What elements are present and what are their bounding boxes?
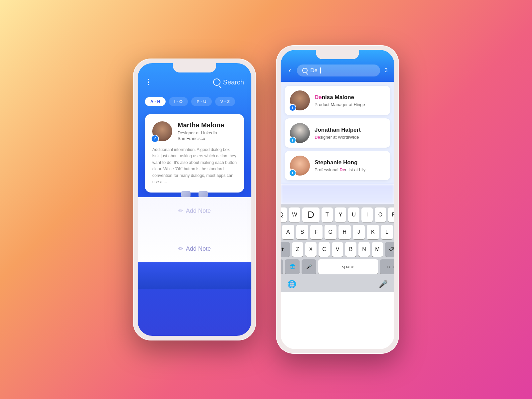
tab-io[interactable]: I - O	[169, 97, 188, 106]
key-row-1: Q W D T Y U I O P	[282, 207, 393, 222]
key-d[interactable]: D	[302, 207, 320, 222]
key-i[interactable]: I	[361, 207, 373, 222]
key-globe[interactable]: 🌐	[285, 259, 300, 274]
key-z[interactable]: Z	[292, 242, 303, 257]
key-f[interactable]: F	[310, 225, 323, 239]
phones-container: ⋮ Search A - H I - O P - U V - Z	[133, 45, 399, 354]
key-g[interactable]: G	[325, 225, 337, 239]
contact-role: Designer at Linkedin	[178, 130, 237, 135]
key-row-bottom: 123 🌐 🎤 space return	[282, 259, 393, 274]
key-p[interactable]: P	[388, 207, 394, 222]
phone1-footer	[138, 262, 251, 289]
key-q[interactable]: Q	[281, 207, 287, 222]
key-row-2: A S F G H J K L	[282, 225, 393, 239]
phone-2: ‹ De 3 f Denisa	[276, 45, 399, 354]
card-avatar: f	[152, 121, 172, 141]
add-note-top-label: Add Note	[186, 207, 211, 214]
key-a[interactable]: A	[282, 225, 294, 239]
key-n[interactable]: N	[358, 242, 370, 257]
result-name-2: Jonathan Halpert	[315, 127, 385, 133]
contact-card-area: f Martha Malone Designer at Linkedin San…	[145, 114, 244, 193]
key-k[interactable]: K	[367, 225, 379, 239]
search-button[interactable]: Search	[213, 78, 244, 86]
key-123[interactable]: 123	[281, 259, 283, 274]
key-b[interactable]: B	[345, 242, 356, 257]
menu-dots[interactable]: ⋮	[145, 78, 153, 86]
phone1-screen: ⋮ Search A - H I - O P - U V - Z	[138, 63, 251, 336]
result-name-3: Stephanie Hong	[315, 159, 385, 166]
pen-icon-bottom: ✏	[178, 245, 183, 252]
result-card-1[interactable]: f Denisa Malone Product Manager at Hinge	[285, 86, 390, 115]
result-role-2: Designer at WordlWide	[315, 135, 385, 140]
back-button[interactable]: ‹	[287, 65, 292, 76]
contact-name: Martha Malone	[178, 121, 237, 129]
key-c[interactable]: C	[319, 242, 330, 257]
handle-left	[181, 191, 191, 197]
notch	[173, 63, 216, 72]
contact-location: San Francisco	[178, 136, 237, 141]
key-space[interactable]: space	[318, 259, 378, 274]
result-info-1: Denisa Malone Product Manager at Hinge	[315, 94, 385, 107]
keyboard[interactable]: Q W D T Y U I O P A S F G H J	[281, 204, 394, 278]
search-icon	[302, 68, 308, 73]
pen-icon-top: ✏	[178, 207, 183, 214]
globe-button[interactable]: 🌐	[287, 280, 296, 289]
phone2-screen: ‹ De 3 f Denisa	[281, 50, 394, 349]
text-cursor	[320, 67, 321, 73]
tab-ah[interactable]: A - H	[145, 97, 166, 106]
tab-vz[interactable]: V - Z	[215, 97, 235, 106]
twitter-badge-3: t	[289, 169, 296, 177]
handle-right	[199, 191, 208, 197]
result-avatar-3: t	[290, 156, 310, 176]
twitter-badge-2: t	[289, 137, 296, 144]
search-icon	[213, 78, 220, 86]
key-h[interactable]: H	[338, 225, 351, 239]
key-return[interactable]: return	[380, 259, 394, 274]
result-avatar-1: f	[290, 90, 310, 110]
key-x[interactable]: X	[305, 242, 317, 257]
result-name-1: Denisa Malone	[315, 94, 385, 101]
key-t[interactable]: T	[322, 207, 333, 222]
key-backspace[interactable]: ⌫	[385, 242, 394, 257]
blurred-results	[281, 184, 394, 204]
add-note-area: ✏ Add Note ✏ Add Note	[138, 197, 251, 262]
mic-button[interactable]: 🎤	[379, 280, 388, 289]
key-w[interactable]: W	[289, 207, 300, 222]
search-query-text: De	[310, 67, 318, 74]
add-note-bottom-label: Add Note	[186, 245, 211, 252]
key-l[interactable]: L	[381, 225, 393, 239]
tab-pu[interactable]: P - U	[191, 97, 211, 106]
key-s[interactable]: S	[296, 225, 309, 239]
card-handles	[145, 191, 244, 197]
key-mic[interactable]: 🎤	[302, 259, 316, 274]
result-role-3: Professional Dentist at Lily	[315, 167, 385, 172]
key-m[interactable]: M	[372, 242, 383, 257]
add-note-bottom[interactable]: ✏ Add Note	[178, 245, 211, 252]
facebook-badge-1: f	[289, 104, 296, 111]
result-avatar-2: t	[290, 123, 310, 143]
name-highlight-1: De	[315, 94, 322, 100]
key-row-3: ⬆ Z X C V B N M ⌫	[282, 242, 393, 257]
key-v[interactable]: V	[332, 242, 343, 257]
card-person: f Martha Malone Designer at Linkedin San…	[152, 121, 237, 141]
alphabet-tabs: A - H I - O P - U V - Z	[138, 94, 251, 109]
key-o[interactable]: O	[375, 207, 386, 222]
key-shift[interactable]: ⬆	[281, 242, 290, 257]
search-bar[interactable]: De	[297, 65, 380, 76]
search-label: Search	[223, 78, 244, 86]
phone-1: ⋮ Search A - H I - O P - U V - Z	[133, 59, 256, 340]
role-highlight-2: De	[315, 135, 320, 140]
card-info: Martha Malone Designer at Linkedin San F…	[178, 121, 237, 141]
results-list: f Denisa Malone Product Manager at Hinge…	[281, 82, 394, 184]
add-note-top[interactable]: ✏ Add Note	[178, 207, 211, 214]
key-u[interactable]: U	[348, 207, 359, 222]
key-y[interactable]: Y	[335, 207, 346, 222]
result-role-1: Product Manager at Hinge	[315, 102, 385, 107]
key-j[interactable]: J	[353, 225, 365, 239]
result-card-2[interactable]: t Jonathan Halpert Designer at WordlWide	[285, 118, 390, 148]
result-card-3[interactable]: t Stephanie Hong Professional Dentist at…	[285, 151, 390, 180]
card-description: Additionanl information. A good dialog b…	[152, 147, 237, 185]
role-highlight-3: De	[339, 167, 345, 172]
bottom-bar: 🌐 🎤	[281, 278, 394, 292]
contact-card: f Martha Malone Designer at Linkedin San…	[145, 114, 244, 193]
